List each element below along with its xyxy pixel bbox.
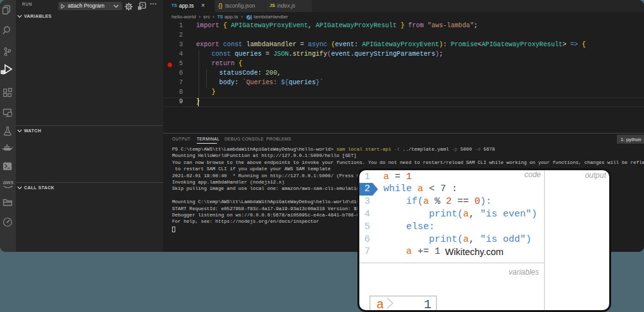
svg-text:a: a [376,297,384,310]
svg-text:1: 1 [424,297,431,310]
